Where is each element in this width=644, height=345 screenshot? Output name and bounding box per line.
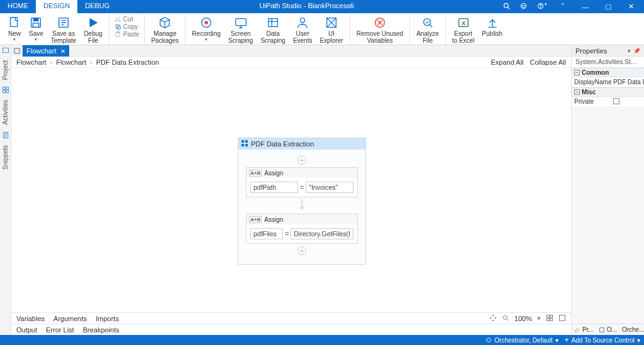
svg-point-40	[503, 315, 507, 319]
screen-scraping-button[interactable]: Screen Scraping	[225, 14, 257, 44]
menu-tab-debug[interactable]: DEBUG	[77, 0, 117, 13]
svg-rect-30	[6, 87, 8, 90]
ui-explorer-icon	[325, 16, 338, 30]
assign-2-left[interactable]: pdfFiles	[250, 228, 283, 239]
prop-private-key: Private	[572, 97, 611, 107]
prop-group-common[interactable]: −Common	[572, 68, 644, 77]
designer-canvas[interactable]: PDF Data Extraction + A+BAssign pdfPath …	[11, 68, 571, 312]
manage-packages-button[interactable]: Manage Packages	[147, 14, 182, 44]
screen-scraping-icon	[234, 16, 248, 30]
status-bar: Orchestrator, Default▾ + Add To Source C…	[0, 335, 644, 345]
ribbon: New▾ Save▾ Save as Template Debug File▾ …	[0, 13, 644, 45]
add-activity-bottom[interactable]: +	[297, 246, 306, 255]
outline-tab[interactable]: O...	[596, 326, 619, 333]
pin-icon[interactable]: 📌	[633, 48, 640, 54]
crumb-2[interactable]: PDF Data Extraction	[96, 58, 159, 66]
debug-file-button[interactable]: Debug File▾	[80, 14, 106, 49]
copy-button[interactable]: Copy	[112, 23, 142, 30]
sequence-header[interactable]: PDF Data Extraction	[238, 138, 365, 150]
recording-icon	[199, 16, 213, 30]
variables-tab[interactable]: Variables	[16, 315, 45, 322]
fit-screen-icon[interactable]	[546, 314, 553, 323]
panel-menu-icon[interactable]: ▾	[628, 48, 631, 54]
imports-tab[interactable]: Imports	[96, 315, 119, 322]
crumb-0[interactable]: Flowchart	[16, 58, 47, 66]
publish-button[interactable]: Publish	[478, 14, 506, 37]
breakpoints-tab[interactable]: Breakpoints	[83, 326, 119, 334]
properties-tab[interactable]: Pr...	[572, 326, 596, 333]
snippets-icon[interactable]	[2, 131, 9, 139]
prop-private-value[interactable]	[611, 97, 644, 107]
collapse-all-button[interactable]: Collapse All	[530, 58, 566, 66]
error-list-tab[interactable]: Error List	[46, 326, 74, 334]
user-events-button[interactable]: User Events▾	[289, 14, 316, 49]
remove-variables-icon	[373, 16, 387, 30]
svg-rect-36	[245, 140, 248, 143]
prop-group-misc[interactable]: −Misc	[572, 87, 644, 97]
expand-all-button[interactable]: Expand All	[491, 58, 524, 66]
project-icon[interactable]	[2, 47, 9, 54]
output-tab[interactable]: Output	[16, 326, 37, 334]
source-control-button[interactable]: + Add To Source Control▾	[565, 336, 640, 344]
maximize-button[interactable]: ▢	[601, 3, 615, 11]
svg-rect-46	[560, 315, 565, 320]
orchestrator-status[interactable]: Orchestrator, Default▾	[486, 337, 558, 344]
ui-explorer-button[interactable]: UI Explorer	[316, 14, 347, 44]
properties-header[interactable]: Properties ▾📌	[572, 45, 644, 57]
rail-snippets[interactable]: Snippets	[2, 143, 9, 172]
menu-tab-design[interactable]: DESIGN	[36, 0, 77, 13]
checkbox-icon[interactable]	[613, 98, 619, 104]
orchestrator-tab[interactable]: Orche...	[619, 326, 644, 333]
export-to-excel-button[interactable]: X Export to Excel	[448, 14, 479, 44]
remove-unused-variables-button[interactable]: Remove Unused Variables	[353, 14, 407, 44]
save-as-template-button[interactable]: Save as Template	[47, 14, 80, 44]
paste-button[interactable]: Paste	[112, 31, 142, 38]
assign-1-left[interactable]: pdfPath	[250, 182, 298, 193]
packages-icon	[158, 16, 172, 30]
assign-activity-2[interactable]: A+BAssign pdfFiles = Directory.GetFiles(…	[246, 214, 358, 244]
recording-button[interactable]: Recording▾	[188, 14, 225, 42]
sequence-container[interactable]: PDF Data Extraction + A+BAssign pdfPath …	[238, 138, 366, 265]
add-activity-top[interactable]: +	[297, 156, 306, 165]
data-scraping-button[interactable]: Data Scraping	[257, 14, 289, 44]
svg-rect-31	[3, 90, 5, 93]
cut-button[interactable]: Cut	[112, 16, 142, 23]
svg-rect-32	[6, 90, 8, 93]
close-button[interactable]: ✕	[624, 3, 638, 11]
assign-activity-1[interactable]: A+BAssign pdfPath = "Invoices"	[246, 167, 358, 197]
zoom-dropdown[interactable]: ▾	[537, 314, 541, 322]
search-icon[interactable]	[502, 2, 511, 11]
doc-menu-icon[interactable]	[11, 45, 23, 57]
close-icon[interactable]: ✕	[60, 48, 65, 55]
new-button[interactable]: New▾	[4, 14, 25, 42]
help-icon[interactable]: ▾	[536, 2, 547, 11]
collapse-ribbon-icon[interactable]: ˄	[556, 3, 570, 11]
doc-tab-flowchart[interactable]: Flowchart ✕	[23, 45, 69, 57]
feedback-icon[interactable]	[519, 2, 528, 11]
rail-activities[interactable]: Activities	[2, 97, 9, 127]
menu-tab-home[interactable]: HOME	[0, 0, 36, 13]
svg-rect-15	[117, 26, 121, 30]
pan-icon[interactable]	[489, 314, 497, 323]
properties-type: System.Activities.Statement...	[572, 57, 644, 68]
svg-point-4	[525, 5, 525, 6]
arguments-tab[interactable]: Arguments	[53, 315, 87, 322]
activities-icon[interactable]	[2, 86, 9, 94]
prop-displayname-value[interactable]: PDF Data E	[611, 77, 644, 87]
svg-rect-9	[34, 18, 38, 21]
title-right-controls: ▾ ˄ — ▢ ✕	[496, 0, 644, 13]
rail-project[interactable]: Project	[2, 58, 9, 82]
overview-icon[interactable]	[558, 314, 566, 323]
assign-1-right[interactable]: "Invoices"	[306, 182, 353, 193]
svg-point-19	[204, 21, 208, 25]
zoom-icon[interactable]	[502, 314, 509, 323]
crumb-1[interactable]: Flowchart	[56, 58, 86, 66]
zoom-value[interactable]: 100%	[514, 315, 532, 322]
minimize-button[interactable]: —	[579, 3, 592, 11]
breadcrumb: Flowchart › Flowchart › PDF Data Extract…	[11, 57, 571, 68]
save-button[interactable]: Save▾	[25, 14, 47, 42]
analyze-file-button[interactable]: Analyze File▾	[413, 14, 443, 49]
svg-rect-45	[550, 318, 553, 320]
assign-2-right[interactable]: Directory.GetFiles(I	[291, 228, 353, 239]
assign-label-1: Assign	[264, 170, 283, 177]
